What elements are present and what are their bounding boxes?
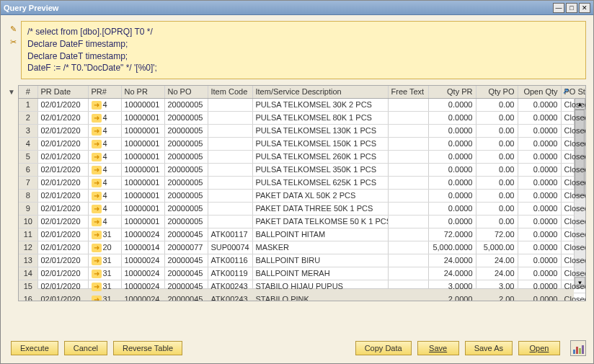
link-arrow-icon[interactable]: ➜	[92, 244, 102, 252]
table-row[interactable]: 1202/01/2020➜201000001420000077SUP00074M…	[19, 241, 586, 254]
col-qpr[interactable]: Qty PR	[428, 86, 476, 98]
cell-date: 02/01/2020	[37, 150, 88, 163]
row-num: 11	[19, 228, 37, 241]
col-open[interactable]: Open Qty	[518, 86, 561, 98]
save-as-button[interactable]: Save As	[465, 341, 513, 355]
table-row[interactable]: 402/01/2020➜41000000120000005PULSA TELKO…	[19, 137, 586, 150]
link-arrow-icon[interactable]: ➜	[92, 179, 102, 187]
cell-free	[388, 163, 428, 176]
expand-icon[interactable]: ↗	[562, 86, 572, 97]
cell-qpo: 0.00	[476, 98, 518, 111]
table-row[interactable]: 902/01/2020➜41000000120000005PAKET DATA …	[19, 202, 586, 215]
cell-item	[208, 163, 252, 176]
cell-nopo: 20000005	[164, 124, 208, 137]
cell-qpo: 0.00	[476, 137, 518, 150]
close-button[interactable]: ✕	[579, 3, 590, 13]
pencil-edit-icon[interactable]: ✎	[8, 24, 18, 34]
table-row[interactable]: 202/01/2020➜41000000120000005PULSA TELKO…	[19, 111, 586, 124]
cell-qpr: 72.0000	[428, 228, 476, 241]
cell-item: ATK00117	[208, 228, 252, 241]
col-nopr[interactable]: No PR	[121, 86, 164, 98]
row-num: 8	[19, 189, 37, 202]
cell-qpo: 0.00	[476, 124, 518, 137]
cell-status: Closed	[561, 189, 586, 202]
link-arrow-icon[interactable]: ➜	[92, 166, 102, 174]
reverse-table-button[interactable]: Reverse Table	[113, 341, 182, 355]
table-row[interactable]: 1302/01/2020➜311000002420000045ATK00116B…	[19, 254, 586, 267]
link-arrow-icon[interactable]: ➜	[92, 153, 102, 161]
minimize-button[interactable]: —	[553, 3, 564, 13]
cell-status: Closed	[561, 163, 586, 176]
cell-date: 02/01/2020	[37, 98, 88, 111]
cell-nopr: 10000001	[121, 111, 164, 124]
cell-qpr: 5,000.0000	[428, 241, 476, 254]
cell-free	[388, 267, 428, 280]
open-button[interactable]: Open	[518, 341, 560, 355]
collapse-toggle-icon[interactable]: ▼	[8, 85, 17, 301]
link-arrow-icon[interactable]: ➜	[92, 270, 102, 278]
table-row[interactable]: 1502/01/2020➜311000002420000045ATK00243S…	[19, 280, 586, 293]
cell-pr: ➜20	[88, 241, 121, 254]
col-qpo[interactable]: Qty PO	[476, 86, 518, 98]
cell-qpo: 0.00	[476, 189, 518, 202]
cell-status: Closed	[561, 137, 586, 150]
link-arrow-icon[interactable]: ➜	[92, 205, 102, 213]
cell-qpo: 0.00	[476, 215, 518, 228]
sql-query-text[interactable]: /* select from [dbo].[OPRQ] T0 */ Declar…	[21, 21, 586, 79]
header-row: # PR Date PR# No PR No PO Item Code Item…	[19, 86, 586, 98]
cell-pr: ➜4	[88, 176, 121, 189]
cell-free	[388, 150, 428, 163]
table-row[interactable]: 102/01/2020➜41000000120000005PULSA TELKO…	[19, 98, 586, 111]
table-row[interactable]: 302/01/2020➜41000000120000005PULSA TELKO…	[19, 124, 586, 137]
cell-date: 02/01/2020	[37, 137, 88, 150]
link-arrow-icon[interactable]: ➜	[92, 257, 102, 265]
row-num: 15	[19, 280, 37, 293]
col-nopo[interactable]: No PO	[164, 86, 208, 98]
col-free[interactable]: Free Text	[388, 86, 428, 98]
cell-qpr: 24.0000	[428, 254, 476, 267]
cell-item: SUP00074	[208, 241, 252, 254]
table-row[interactable]: 602/01/2020➜41000000120000005PULSA TELKO…	[19, 163, 586, 176]
cell-nopo: 20000045	[164, 267, 208, 280]
table-row[interactable]: 802/01/2020➜41000000120000005PAKET DATA …	[19, 189, 586, 202]
cell-desc: STABILO PINK	[252, 293, 388, 301]
table-row[interactable]: 1402/01/2020➜311000002420000045ATK00119B…	[19, 267, 586, 280]
link-arrow-icon[interactable]: ➜	[92, 101, 102, 110]
maximize-button[interactable]: □	[566, 3, 577, 13]
cell-pr: ➜4	[88, 189, 121, 202]
cell-qpo: 0.00	[476, 163, 518, 176]
copy-data-button[interactable]: Copy Data	[355, 341, 412, 355]
link-arrow-icon[interactable]: ➜	[92, 127, 102, 136]
cancel-button[interactable]: Cancel	[64, 341, 107, 355]
cell-desc: PULSA TELKOMSEL 30K 2 PCS	[252, 98, 388, 111]
col-prnum[interactable]: PR#	[88, 86, 121, 98]
link-arrow-icon[interactable]: ➜	[92, 140, 102, 148]
col-num[interactable]: #	[19, 86, 37, 98]
link-arrow-icon[interactable]: ➜	[92, 192, 102, 200]
table-row[interactable]: 1602/01/2020➜311000002420000045ATK00243S…	[19, 293, 586, 301]
table-row[interactable]: 702/01/2020➜41000000120000005PULSA TELKO…	[19, 176, 586, 189]
cell-status: Closed	[561, 254, 586, 267]
cell-item: ATK00243	[208, 280, 252, 293]
cell-open: 0.0000	[518, 150, 561, 163]
chart-icon[interactable]	[570, 340, 586, 356]
tools-icon[interactable]: ✂	[8, 37, 18, 47]
cell-date: 02/01/2020	[37, 228, 88, 241]
col-item[interactable]: Item Code	[208, 86, 252, 98]
link-arrow-icon[interactable]: ➜	[92, 114, 102, 123]
cell-nopr: 10000024	[121, 254, 164, 267]
cell-pr: ➜31	[88, 228, 121, 241]
table-row[interactable]: 1102/01/2020➜311000002420000045ATK00117B…	[19, 228, 586, 241]
col-prdate[interactable]: PR Date	[37, 86, 88, 98]
save-button[interactable]: Save	[417, 341, 459, 355]
link-arrow-icon[interactable]: ➜	[92, 231, 102, 239]
row-num: 12	[19, 241, 37, 254]
link-arrow-icon[interactable]: ➜	[92, 296, 102, 302]
execute-button[interactable]: Execute	[11, 341, 58, 355]
table-row[interactable]: 502/01/2020➜41000000120000005PULSA TELKO…	[19, 150, 586, 163]
cell-date: 02/01/2020	[37, 111, 88, 124]
table-row[interactable]: 1002/01/2020➜41000000120000005PAKET DATA…	[19, 215, 586, 228]
col-desc[interactable]: Item/Service Description	[252, 86, 388, 98]
link-arrow-icon[interactable]: ➜	[92, 218, 102, 226]
link-arrow-icon[interactable]: ➜	[92, 283, 102, 291]
